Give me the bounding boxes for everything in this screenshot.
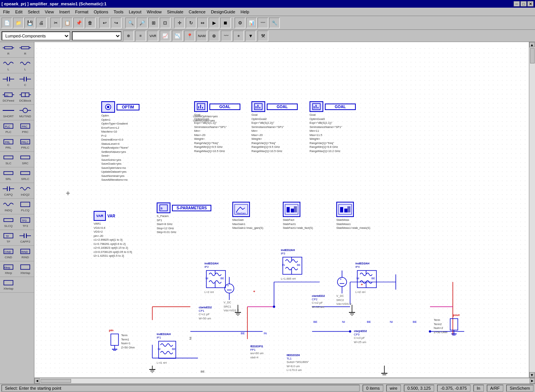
maxgain-block[interactable]: MaxGain MaxGain MaxGain1 MaxGain1=max_ga… bbox=[232, 202, 263, 230]
simulate-button[interactable]: ▶ bbox=[209, 18, 219, 28]
comp-xferp[interactable]: Xferp Xferp bbox=[0, 261, 17, 277]
marker-button[interactable]: ▼ bbox=[245, 31, 256, 41]
comp-plcq[interactable]: PLCQ bbox=[17, 199, 34, 214]
comp-tf3[interactable]: TF3 TF3 bbox=[17, 214, 34, 230]
scroll-track-h[interactable] bbox=[40, 379, 530, 383]
rotate-button[interactable]: ↻ bbox=[186, 18, 196, 28]
comp-l2[interactable]: L bbox=[17, 58, 34, 73]
scroll-track-v[interactable] bbox=[529, 47, 535, 372]
comp-dcblock[interactable]: DCBlock bbox=[17, 89, 34, 104]
menu-view[interactable]: View bbox=[42, 9, 56, 15]
comp-prl[interactable]: PRL PRL bbox=[0, 136, 17, 151]
comp-capq[interactable]: CAPQ bbox=[0, 183, 17, 198]
print-button[interactable]: 🖨 bbox=[36, 18, 47, 28]
cut-button[interactable]: ✂ bbox=[50, 18, 61, 28]
goal2-block[interactable]: GOAL Goal OptimGoal2 Expr="dB(S(2,2))" S… bbox=[251, 101, 298, 153]
comp-r2[interactable]: R bbox=[17, 42, 34, 57]
close-button[interactable]: ✕ bbox=[527, 1, 533, 6]
comp-l1[interactable]: L bbox=[0, 58, 17, 73]
chart-button[interactable]: 📈 bbox=[160, 31, 170, 41]
zoom-in-button[interactable]: 🔍 bbox=[125, 18, 136, 28]
vertical-scrollbar[interactable]: ▲ ▼ bbox=[529, 42, 535, 377]
goal3-block[interactable]: GOAL Goal OptimGoal3 Expr="dB(S(2,1))" S… bbox=[310, 101, 356, 153]
sparams-block[interactable]: S S-PARAMETERS S_Param SP1 Start=8 GHz S… bbox=[157, 202, 211, 235]
component-dropdown[interactable]: Lumped-Components bbox=[2, 31, 70, 40]
comp-mutind[interactable]: MUTIND bbox=[17, 105, 34, 120]
component-dropdown2[interactable] bbox=[72, 31, 122, 40]
maximize-button[interactable]: □ bbox=[520, 1, 527, 6]
save-button[interactable]: 💾 bbox=[24, 18, 35, 28]
schematic-canvas-area[interactable]: + + OPTIM Opti bbox=[34, 42, 529, 377]
tool3-button[interactable]: ⚒ bbox=[258, 31, 268, 41]
scroll-thumb-h[interactable] bbox=[41, 379, 71, 383]
menu-file[interactable]: File bbox=[1, 9, 12, 15]
stop-button[interactable]: ⏹ bbox=[220, 18, 231, 28]
cp1-block[interactable]: cbeteED2 CP1 C=c1 pFW=50 um bbox=[199, 306, 212, 321]
menu-insert[interactable]: Insert bbox=[57, 9, 72, 15]
vdc-src2-block[interactable]: + V_DCSRC2Vdc=VDS V bbox=[336, 271, 352, 306]
goal1-block[interactable]: GOAL Goal OptimGoal1 Expr="dB(S(1,1))" S… bbox=[194, 101, 240, 153]
comp-plc[interactable]: PLC PLC bbox=[0, 120, 17, 136]
stabfact-block[interactable]: StabFact StabFact1 StabFact1=stab_fact(S… bbox=[283, 202, 313, 230]
comp-dcfeed[interactable]: DC DCFeed bbox=[0, 89, 17, 104]
scroll-left-button[interactable]: ◄ bbox=[34, 378, 40, 384]
minimize-button[interactable]: ─ bbox=[514, 1, 520, 6]
zoom-out-button[interactable]: 🔎 bbox=[137, 18, 148, 28]
comp-rind[interactable]: RIND RIND bbox=[17, 246, 34, 261]
bus-button[interactable]: ≡ bbox=[135, 31, 146, 41]
paste-button[interactable]: 📌 bbox=[73, 18, 84, 28]
wave2-button[interactable]: 〰 bbox=[221, 31, 232, 41]
net-button[interactable]: ⊗ bbox=[209, 31, 219, 41]
comp-short[interactable]: SHORT bbox=[0, 105, 17, 120]
menu-cadence[interactable]: Cadence bbox=[186, 9, 208, 15]
comp-xfertap1[interactable]: Xfertap bbox=[17, 261, 34, 277]
menu-options[interactable]: Options bbox=[91, 9, 110, 15]
scroll-down-button[interactable]: ▼ bbox=[529, 372, 535, 377]
cp3-block[interactable]: cbejnED2 CP3 C=c3 pFW=25 um bbox=[354, 329, 367, 344]
tools2-button[interactable]: 🔧 bbox=[269, 18, 280, 28]
mirror-button[interactable]: ⇔ bbox=[197, 18, 208, 28]
comp-srlc[interactable]: SRLC bbox=[17, 167, 34, 183]
wire-button[interactable]: ⊕ bbox=[123, 31, 134, 41]
ind-ip1-block[interactable]: indED2AH IP1 NI BE L=l1 nH bbox=[157, 332, 178, 364]
ind-ip3-block[interactable]: indED2AH IP3 IN BE L=1.885 nH bbox=[281, 248, 304, 281]
open-button[interactable]: 📁 bbox=[13, 18, 24, 28]
move-button[interactable]: ✛ bbox=[174, 18, 185, 28]
wave-button[interactable]: 〰 bbox=[258, 18, 268, 28]
comp-tf[interactable]: TF TF bbox=[0, 230, 17, 245]
var-block[interactable]: VAR VAR VAR1 VGS=0.6 VDS=2 pin=-20 c1=2.… bbox=[94, 211, 132, 258]
cp2-block[interactable]: cbeteED2 CP2 C=c2 pFW=10 um bbox=[312, 294, 325, 309]
copy-button[interactable]: 📋 bbox=[62, 18, 73, 28]
comp-slcq[interactable]: SLCQ bbox=[0, 214, 17, 230]
optim-block[interactable]: OPTIM Optim Optim1 OptimType=Gradient Er… bbox=[101, 101, 185, 182]
delete-button[interactable]: 🗑 bbox=[85, 18, 96, 28]
ind-ip4-block[interactable]: indED2AH IP4 NI BE L=l2 nH bbox=[355, 262, 378, 295]
scroll-up-button[interactable]: ▲ bbox=[529, 42, 535, 47]
undo-button[interactable]: ↩ bbox=[99, 18, 110, 28]
menu-select[interactable]: Select bbox=[26, 9, 42, 15]
scroll-right-button[interactable]: ► bbox=[530, 378, 535, 384]
term1-block[interactable]: pin TermTerm1Num=1Z=50 Ohm bbox=[109, 329, 135, 351]
tl1-block[interactable]: tlED2O2H TL1 Subst="MSUBIN"W=8.0 umL=170… bbox=[287, 353, 309, 373]
vdc-src1-block[interactable]: + V_DCSRC1Vdc=VGS V bbox=[224, 277, 239, 313]
comp-xfertap2[interactable]: Xfertap bbox=[0, 277, 17, 292]
zoom-area-button[interactable]: ⊡ bbox=[160, 18, 170, 28]
comp-slc[interactable]: SLC bbox=[0, 152, 17, 167]
menu-format[interactable]: Format bbox=[73, 9, 91, 15]
comp-capp2[interactable]: CAPP2 bbox=[17, 230, 34, 245]
comp-cind[interactable]: CIND CIND bbox=[0, 246, 17, 261]
gear-button[interactable]: ⚙ bbox=[235, 18, 245, 28]
horizontal-scrollbar[interactable]: ◄ ► bbox=[34, 377, 535, 384]
chart2-button[interactable]: 📉 bbox=[172, 31, 183, 41]
menu-designguide[interactable]: DesignGuide bbox=[209, 9, 238, 15]
comp-indq[interactable]: INDQ bbox=[0, 199, 17, 214]
name-button[interactable]: NAM bbox=[196, 31, 207, 41]
term2-block[interactable]: pout TermTerm2Num=2Z=50 Ohm bbox=[434, 313, 460, 336]
stabmeas-block[interactable]: StabMeas StabMeas1 StabMeas1=stab_meas(S… bbox=[336, 202, 370, 230]
menu-simulate[interactable]: Simulate bbox=[165, 9, 186, 15]
fp1-block[interactable]: fED2OFI1 FP1 wu=60 umnbd=4 bbox=[250, 345, 264, 360]
menu-help[interactable]: Help bbox=[238, 9, 252, 15]
graph-button[interactable]: 📊 bbox=[246, 18, 257, 28]
menu-window[interactable]: Window bbox=[144, 9, 164, 15]
menu-layout[interactable]: Layout bbox=[126, 9, 144, 15]
